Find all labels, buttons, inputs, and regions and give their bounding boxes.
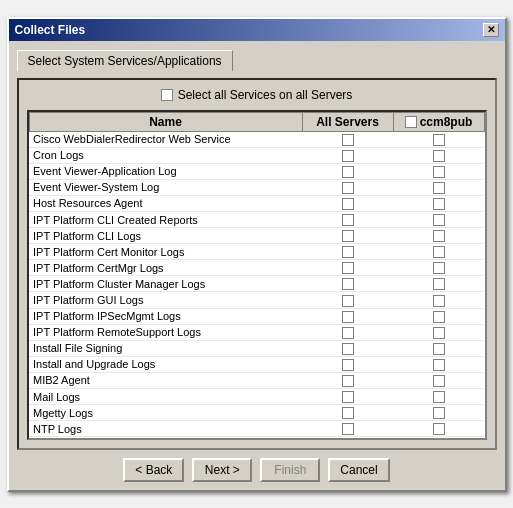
service-name: Install File Signing bbox=[29, 340, 302, 356]
next-button[interactable]: Next > bbox=[192, 458, 252, 482]
all-servers-checkbox[interactable] bbox=[342, 359, 354, 371]
table-row[interactable]: IPT Platform CLI Logs bbox=[29, 228, 484, 244]
ccm8pub-cell bbox=[393, 131, 484, 147]
all-servers-cell bbox=[302, 147, 393, 163]
table-row[interactable]: Install and Upgrade Logs bbox=[29, 356, 484, 372]
service-name: NTP Logs bbox=[29, 421, 302, 437]
all-servers-cell bbox=[302, 405, 393, 421]
table-row[interactable]: MIB2 Agent bbox=[29, 372, 484, 388]
all-servers-cell bbox=[302, 131, 393, 147]
ccm8pub-cell bbox=[393, 340, 484, 356]
select-all-checkbox[interactable] bbox=[161, 89, 173, 101]
service-name: IPT Platform IPSecMgmt Logs bbox=[29, 308, 302, 324]
table-row[interactable]: IPT Platform Cert Monitor Logs bbox=[29, 244, 484, 260]
services-table-wrapper[interactable]: Name All Servers ccm8pub Cisco WebDialer bbox=[27, 110, 487, 440]
ccm8pub-cell bbox=[393, 324, 484, 340]
ccm8pub-checkbox[interactable] bbox=[433, 327, 445, 339]
ccm8pub-checkbox[interactable] bbox=[433, 391, 445, 403]
ccm8pub-checkbox[interactable] bbox=[433, 278, 445, 290]
ccm8pub-checkbox[interactable] bbox=[433, 295, 445, 307]
ccm8pub-checkbox[interactable] bbox=[433, 375, 445, 387]
finish-button[interactable]: Finish bbox=[260, 458, 320, 482]
all-servers-checkbox[interactable] bbox=[342, 423, 354, 435]
all-servers-cell bbox=[302, 228, 393, 244]
tab-select-services[interactable]: Select System Services/Applications bbox=[17, 50, 233, 71]
table-row[interactable]: Event Viewer-Application Log bbox=[29, 163, 484, 179]
all-servers-cell bbox=[302, 372, 393, 388]
all-servers-checkbox[interactable] bbox=[342, 407, 354, 419]
table-row[interactable]: Cron Logs bbox=[29, 147, 484, 163]
services-table: Name All Servers ccm8pub Cisco WebDialer bbox=[29, 112, 485, 440]
ccm8pub-checkbox[interactable] bbox=[433, 150, 445, 162]
all-servers-checkbox[interactable] bbox=[342, 246, 354, 258]
all-servers-cell bbox=[302, 179, 393, 195]
table-row[interactable]: IPT Platform IPSecMgmt Logs bbox=[29, 308, 484, 324]
ccm8pub-cell bbox=[393, 260, 484, 276]
ccm8pub-cell bbox=[393, 163, 484, 179]
ccm8pub-cell bbox=[393, 437, 484, 440]
table-row[interactable]: IPT Platform RemoteSupport Logs bbox=[29, 324, 484, 340]
back-button[interactable]: < Back bbox=[123, 458, 184, 482]
all-servers-checkbox[interactable] bbox=[342, 134, 354, 146]
all-servers-checkbox[interactable] bbox=[342, 262, 354, 274]
ccm8pub-checkbox[interactable] bbox=[433, 198, 445, 210]
service-name: Install and Upgrade Logs bbox=[29, 356, 302, 372]
all-servers-checkbox[interactable] bbox=[342, 375, 354, 387]
service-name: IPT Platform GUI Logs bbox=[29, 292, 302, 308]
all-servers-cell bbox=[302, 324, 393, 340]
table-row[interactable]: IPT Platform CertMgr Logs bbox=[29, 260, 484, 276]
table-row[interactable]: NTP Logs bbox=[29, 421, 484, 437]
ccm8pub-checkbox[interactable] bbox=[433, 214, 445, 226]
header-ccm8pub-checkbox[interactable] bbox=[405, 116, 417, 128]
ccm8pub-checkbox[interactable] bbox=[433, 311, 445, 323]
table-row[interactable]: Mgetty Logs bbox=[29, 405, 484, 421]
all-servers-checkbox[interactable] bbox=[342, 295, 354, 307]
cancel-button[interactable]: Cancel bbox=[328, 458, 389, 482]
all-servers-checkbox[interactable] bbox=[342, 311, 354, 323]
all-servers-checkbox[interactable] bbox=[342, 166, 354, 178]
all-servers-checkbox[interactable] bbox=[342, 343, 354, 355]
table-row[interactable]: IPT Platform Cluster Manager Logs bbox=[29, 276, 484, 292]
service-name: Mail Logs bbox=[29, 389, 302, 405]
all-servers-checkbox[interactable] bbox=[342, 391, 354, 403]
ccm8pub-checkbox[interactable] bbox=[433, 359, 445, 371]
all-servers-checkbox[interactable] bbox=[342, 278, 354, 290]
table-row[interactable]: Netdump Logs bbox=[29, 437, 484, 440]
service-name: IPT Platform Cluster Manager Logs bbox=[29, 276, 302, 292]
table-row[interactable]: Install File Signing bbox=[29, 340, 484, 356]
services-tbody: Cisco WebDialerRedirector Web ServiceCro… bbox=[29, 131, 484, 440]
all-servers-checkbox[interactable] bbox=[342, 198, 354, 210]
ccm8pub-checkbox[interactable] bbox=[433, 407, 445, 419]
ccm8pub-cell bbox=[393, 308, 484, 324]
ccm8pub-checkbox[interactable] bbox=[433, 246, 445, 258]
ccm8pub-checkbox[interactable] bbox=[433, 423, 445, 435]
table-row[interactable]: IPT Platform GUI Logs bbox=[29, 292, 484, 308]
table-row[interactable]: Host Resources Agent bbox=[29, 195, 484, 211]
ccm8pub-cell bbox=[393, 372, 484, 388]
all-servers-cell bbox=[302, 421, 393, 437]
table-row[interactable]: IPT Platform CLI Created Reports bbox=[29, 211, 484, 227]
all-servers-cell bbox=[302, 276, 393, 292]
table-row[interactable]: Cisco WebDialerRedirector Web Service bbox=[29, 131, 484, 147]
ccm8pub-cell bbox=[393, 292, 484, 308]
table-row[interactable]: Mail Logs bbox=[29, 389, 484, 405]
all-servers-checkbox[interactable] bbox=[342, 150, 354, 162]
close-button[interactable]: ✕ bbox=[483, 23, 499, 37]
table-row[interactable]: Event Viewer-System Log bbox=[29, 179, 484, 195]
ccm8pub-checkbox[interactable] bbox=[433, 134, 445, 146]
all-servers-checkbox[interactable] bbox=[342, 327, 354, 339]
ccm8pub-cell bbox=[393, 244, 484, 260]
button-row: < Back Next > Finish Cancel bbox=[17, 458, 497, 482]
all-servers-checkbox[interactable] bbox=[342, 230, 354, 242]
ccm8pub-checkbox[interactable] bbox=[433, 230, 445, 242]
all-servers-checkbox[interactable] bbox=[342, 182, 354, 194]
select-all-label: Select all Services on all Servers bbox=[178, 88, 353, 102]
ccm8pub-cell bbox=[393, 276, 484, 292]
all-servers-checkbox[interactable] bbox=[342, 214, 354, 226]
ccm8pub-checkbox[interactable] bbox=[433, 262, 445, 274]
ccm8pub-checkbox[interactable] bbox=[433, 182, 445, 194]
ccm8pub-checkbox[interactable] bbox=[433, 343, 445, 355]
ccm8pub-cell bbox=[393, 179, 484, 195]
ccm8pub-checkbox[interactable] bbox=[433, 166, 445, 178]
tab-container: Select System Services/Applications bbox=[17, 49, 497, 70]
